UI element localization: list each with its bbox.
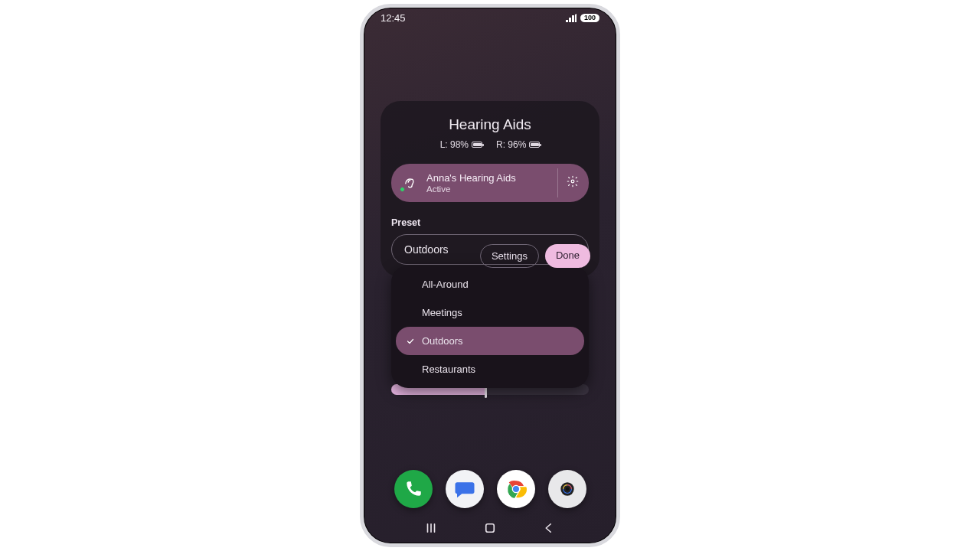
right-battery-label: R: 96% (496, 139, 526, 150)
svg-point-6 (565, 487, 568, 491)
svg-rect-7 (486, 524, 495, 533)
preset-option-all-around[interactable]: All-Around (396, 270, 584, 298)
preset-selected-value: Outdoors (404, 243, 449, 256)
panel-footer: Settings Done (480, 244, 590, 268)
left-battery: L: 98% (440, 139, 482, 150)
option-label: All-Around (422, 279, 469, 290)
status-bar: 12:45 100 (364, 8, 616, 28)
preset-label: Preset (391, 217, 589, 228)
done-button[interactable]: Done (545, 244, 590, 268)
signal-icon (566, 14, 577, 22)
hearing-aids-panel: Hearing Aids L: 98% R: 96% Anna's Hear (381, 101, 599, 277)
back-button[interactable] (540, 519, 558, 537)
recents-button[interactable] (422, 519, 440, 537)
phone-app-icon[interactable] (394, 470, 433, 508)
chrome-app-icon[interactable] (497, 470, 535, 508)
messages-app-icon[interactable] (446, 470, 484, 508)
camera-app-icon[interactable] (548, 470, 586, 508)
hearing-aid-icon (400, 174, 417, 191)
battery-pill: 100 (580, 14, 599, 22)
device-card[interactable]: Anna's Hearing Aids Active (391, 164, 589, 202)
preset-option-restaurants[interactable]: Restaurants (396, 355, 584, 383)
panel-title: Hearing Aids (391, 116, 589, 133)
battery-icon (472, 142, 482, 148)
preset-dropdown: All-Around Meetings Outdoors Restaurants (391, 266, 589, 388)
device-settings-button[interactable] (557, 168, 584, 197)
device-battery-row: L: 98% R: 96% (391, 139, 589, 150)
option-label: Restaurants (422, 364, 475, 375)
preset-option-outdoors[interactable]: Outdoors (396, 327, 584, 355)
settings-button[interactable]: Settings (480, 244, 539, 268)
device-status: Active (426, 184, 516, 194)
right-battery: R: 96% (496, 139, 540, 150)
device-name: Anna's Hearing Aids (426, 172, 516, 184)
option-label: Outdoors (422, 335, 462, 347)
clock: 12:45 (381, 12, 406, 24)
svg-point-0 (571, 180, 574, 183)
check-icon (405, 337, 416, 346)
phone-frame: 12:45 100 Hearing Aids L: 98% R: 96% (360, 4, 620, 547)
home-button[interactable] (481, 519, 499, 537)
battery-icon (529, 142, 540, 148)
left-battery-label: L: 98% (440, 139, 469, 150)
preset-option-meetings[interactable]: Meetings (396, 298, 584, 327)
system-nav-bar (364, 519, 616, 537)
option-label: Meetings (422, 307, 462, 318)
gear-icon (566, 174, 580, 191)
app-dock (364, 470, 616, 508)
